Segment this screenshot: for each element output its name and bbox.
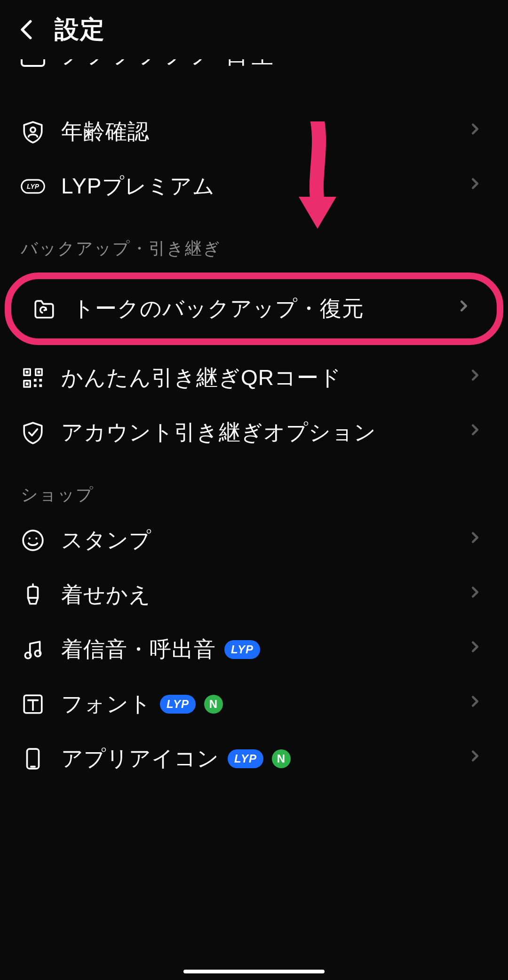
- settings-row-font[interactable]: フォント LYP N: [0, 677, 508, 731]
- svg-rect-6: [26, 371, 29, 374]
- settings-row-theme[interactable]: 着せかえ: [0, 568, 508, 622]
- brush-icon: [21, 583, 45, 607]
- settings-row-appicon[interactable]: アプリアイコン LYP N: [0, 731, 508, 786]
- lyp-badge-icon: LYP: [160, 695, 196, 714]
- box-icon: [21, 59, 45, 67]
- qr-icon: [21, 366, 45, 390]
- smile-icon: [21, 528, 45, 553]
- svg-rect-8: [26, 383, 29, 386]
- shield-user-icon: [21, 120, 45, 144]
- chevron-right-icon: [468, 369, 487, 387]
- settings-row-label: 着信音・呼出音: [61, 635, 216, 664]
- svg-point-13: [23, 530, 43, 550]
- settings-row-backup[interactable]: トークのバックアップ・復元: [11, 283, 497, 335]
- home-indicator: [183, 970, 325, 973]
- chevron-right-icon: [468, 122, 487, 141]
- settings-row-label: ノノノノノノ 日生: [61, 59, 276, 67]
- header-bar: 設定: [0, 0, 508, 59]
- svg-point-0: [31, 128, 35, 132]
- new-badge-icon: N: [272, 749, 291, 768]
- settings-row-sound[interactable]: 着信音・呼出音 LYP: [0, 622, 508, 677]
- svg-rect-22: [27, 749, 39, 769]
- phone-icon: [21, 747, 45, 771]
- chevron-right-icon: [468, 586, 487, 604]
- font-icon: [21, 692, 45, 716]
- svg-text:LYP: LYP: [27, 183, 40, 190]
- section-header-backup: バックアップ・引き継ぎ: [0, 214, 508, 267]
- settings-row-stamp[interactable]: スタンプ: [0, 513, 508, 568]
- svg-rect-7: [38, 371, 40, 374]
- settings-row-label: かんたん引き継ぎQRコード: [61, 363, 341, 393]
- svg-point-14: [29, 538, 31, 539]
- settings-row-label: LYPプレミアム: [61, 172, 215, 201]
- chevron-right-icon: [468, 749, 487, 768]
- settings-row-migrate[interactable]: アカウント引き継ぎオプション: [0, 405, 508, 460]
- chevron-right-icon: [468, 640, 487, 659]
- settings-row-label: 年齢確認: [61, 117, 150, 146]
- folder-sync-icon: [32, 297, 56, 321]
- chevron-left-icon: [16, 19, 37, 40]
- svg-rect-11: [34, 384, 37, 387]
- chevron-right-icon: [468, 695, 487, 714]
- chevron-right-icon: [468, 423, 487, 442]
- settings-row-label: アプリアイコン: [61, 744, 219, 773]
- settings-row-label: スタンプ: [61, 526, 151, 555]
- settings-row-label: アカウント引き継ぎオプション: [61, 418, 376, 447]
- settings-row-label: フォント: [61, 690, 151, 719]
- highlight-annotation: トークのバックアップ・復元: [5, 273, 503, 345]
- settings-row-partial[interactable]: ノノノノノノ 日生: [0, 59, 508, 92]
- svg-rect-10: [39, 379, 42, 382]
- section-header-shop: ショップ: [0, 460, 508, 513]
- settings-row-age[interactable]: 年齢確認: [0, 104, 508, 159]
- lyp-outline-icon: LYP: [21, 174, 45, 199]
- lyp-badge-icon: LYP: [228, 749, 263, 768]
- svg-rect-9: [34, 379, 37, 382]
- new-badge-icon: N: [204, 695, 223, 714]
- chevron-right-icon: [457, 299, 476, 318]
- music-icon: [21, 637, 45, 662]
- svg-point-15: [35, 538, 37, 539]
- back-button[interactable]: [13, 16, 40, 43]
- page-title: 設定: [55, 13, 105, 46]
- settings-row-label: トークのバックアップ・復元: [72, 294, 364, 323]
- settings-row-qr[interactable]: かんたん引き継ぎQRコード: [0, 351, 508, 405]
- svg-rect-12: [39, 384, 42, 387]
- shield-check-icon: [21, 420, 45, 445]
- settings-row-label: 着せかえ: [61, 580, 151, 610]
- chevron-right-icon: [468, 531, 487, 550]
- lyp-badge-icon: LYP: [224, 640, 260, 659]
- chevron-right-icon: [468, 177, 487, 196]
- settings-row-lyp-premium[interactable]: LYP LYPプレミアム: [0, 159, 508, 214]
